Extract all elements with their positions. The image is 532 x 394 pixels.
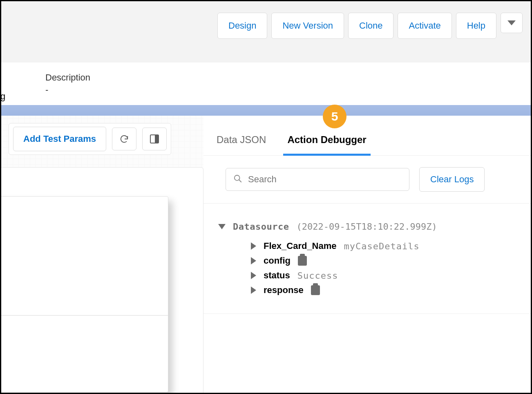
chevron-right-icon — [251, 272, 256, 279]
log-key: config — [264, 255, 291, 266]
clipped-text: g — [0, 91, 5, 102]
log-key: response — [264, 285, 304, 296]
tab-data-json[interactable]: Data JSON — [215, 128, 268, 155]
log-row[interactable]: config — [251, 255, 511, 266]
panel-icon — [150, 134, 159, 143]
right-column: 5 Data JSON Action Debugger Clear Logs D… — [203, 116, 531, 382]
svg-line-1 — [239, 180, 241, 182]
tabs: Data JSON Action Debugger — [203, 116, 531, 156]
log-rows: Flex_Card_NamemyCaseDetailsconfigstatusS… — [251, 241, 511, 296]
preview-card — [0, 196, 168, 392]
datasource-label: Datasource — [233, 222, 289, 232]
datasource-timestamp: (2022-09-15T18:10:22.999Z) — [296, 222, 437, 232]
chevron-down-icon — [507, 20, 516, 25]
divider-strip — [1, 105, 531, 116]
log-row[interactable]: response — [251, 285, 511, 296]
clipboard-icon[interactable] — [311, 285, 320, 295]
meta-bar: Description - — [1, 63, 531, 105]
clone-button[interactable]: Clone — [348, 13, 393, 39]
design-button[interactable]: Design — [217, 13, 267, 39]
refresh-icon — [120, 134, 129, 143]
chevron-right-icon — [251, 257, 256, 264]
left-column: Add Test Params — [1, 116, 203, 382]
log-key: Flex_Card_Name — [264, 241, 337, 251]
activate-button[interactable]: Activate — [398, 13, 452, 39]
workarea: Add Test Params 5 Data JSON Action Debug… — [1, 116, 531, 382]
chevron-right-icon — [251, 242, 256, 250]
log-row[interactable]: statusSuccess — [251, 270, 511, 281]
new-version-button[interactable]: New Version — [271, 13, 344, 39]
panel-toggle-button[interactable] — [142, 128, 167, 150]
refresh-button[interactable] — [112, 128, 136, 150]
preview-container — [0, 167, 203, 394]
add-test-params-button[interactable]: Add Test Params — [13, 127, 106, 151]
log-area: Datasource (2022-09-15T18:10:22.999Z) Fl… — [203, 204, 531, 314]
step-callout-5: 5 — [323, 105, 346, 128]
chevron-right-icon — [251, 287, 256, 294]
search-input[interactable] — [248, 174, 402, 185]
search-row: Clear Logs — [203, 156, 531, 204]
log-key: status — [264, 270, 290, 281]
clear-logs-button[interactable]: Clear Logs — [419, 167, 485, 192]
log-header[interactable]: Datasource (2022-09-15T18:10:22.999Z) — [218, 222, 511, 232]
log-row[interactable]: Flex_Card_NamemyCaseDetails — [251, 241, 511, 251]
chevron-down-icon — [218, 224, 226, 229]
log-value: myCaseDetails — [344, 241, 420, 251]
description-label: Description — [45, 72, 531, 83]
search-box[interactable] — [226, 168, 409, 191]
clipboard-icon[interactable] — [298, 256, 307, 266]
help-button[interactable]: Help — [456, 13, 496, 39]
more-menu-button[interactable] — [501, 13, 523, 33]
log-value: Success — [297, 271, 338, 281]
search-icon — [233, 174, 242, 185]
tab-action-debugger[interactable]: Action Debugger — [286, 128, 368, 155]
description-value: - — [45, 85, 48, 95]
left-actions: Add Test Params — [9, 123, 171, 155]
top-toolbar: Design New Version Clone Activate Help — [1, 1, 531, 63]
